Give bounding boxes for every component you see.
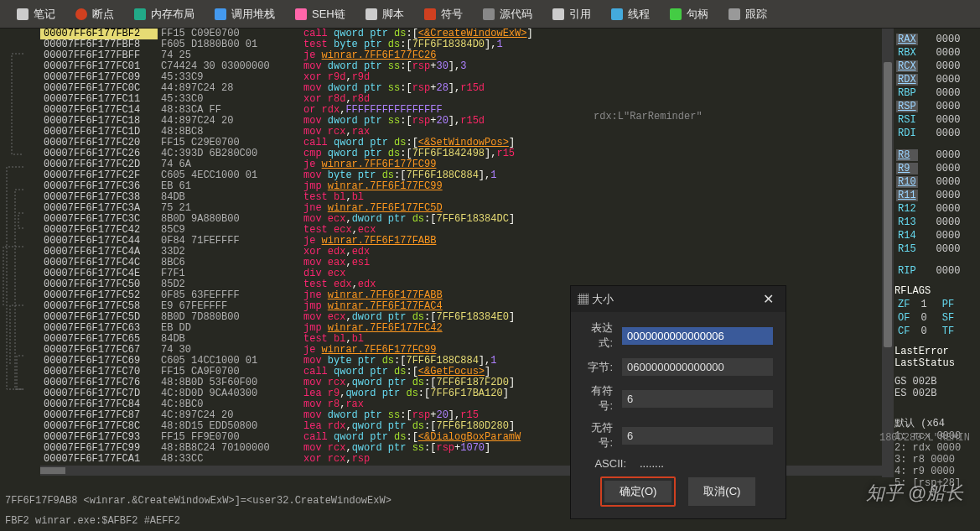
unsigned-label: 无符号: bbox=[583, 420, 613, 450]
lasterr-label: LastError bbox=[894, 346, 977, 357]
ascii-label: ASCII: bbox=[583, 457, 626, 470]
reg-name: RBP bbox=[896, 87, 918, 99]
stack-entry[interactable]: 3: r8 0000 bbox=[894, 454, 977, 466]
rflags-label: RFLAGS bbox=[894, 285, 977, 297]
asm-cell: mov dword ptr ss:[rsp+28],r15d bbox=[300, 83, 890, 94]
close-icon[interactable]: ✕ bbox=[758, 291, 779, 307]
dialog-titlebar[interactable]: ▦ 大小 ✕ bbox=[571, 286, 786, 312]
expr-input[interactable] bbox=[621, 326, 774, 346]
reg-name: RBX bbox=[896, 47, 918, 59]
reg-name: RSI bbox=[896, 114, 918, 126]
addr-cell: 00007FF6F177FCA1 bbox=[40, 454, 158, 465]
reg-value[interactable]: 0000 bbox=[935, 114, 962, 126]
ascii-value: ........ bbox=[635, 457, 664, 470]
status-line-2: FBF2 winrar.exe:$AFBF2 #AEFF2 bbox=[5, 514, 975, 528]
tab-grid[interactable]: 内存布局 bbox=[126, 3, 203, 25]
stack-entry[interactable]: 2: rdx 0000 bbox=[894, 442, 977, 454]
bytes-input[interactable] bbox=[621, 357, 774, 377]
reg-value[interactable]: 0000 bbox=[935, 34, 962, 45]
tab-label: SEH链 bbox=[312, 7, 345, 22]
asm-cell: jmp winrar.7FF6F177FC99 bbox=[300, 181, 890, 192]
flag-value: 1 bbox=[913, 299, 928, 310]
reg-name: RSP bbox=[896, 101, 918, 112]
asm-cell: mov ecx,dword ptr ds:[7FF6F18384DC] bbox=[300, 214, 890, 225]
flag-name: PF bbox=[941, 299, 956, 310]
reg-value[interactable]: 0000 bbox=[935, 243, 962, 255]
tab-label: 引用 bbox=[569, 7, 591, 22]
reg-name: R9 bbox=[896, 163, 918, 174]
unsigned-input[interactable] bbox=[621, 426, 774, 445]
reg-value[interactable]: 0000 bbox=[935, 163, 962, 174]
bytes-label: 字节: bbox=[583, 360, 613, 375]
tab-label: 跟踪 bbox=[745, 7, 767, 22]
vscrollbar[interactable] bbox=[882, 29, 894, 477]
registers-panel[interactable]: RAX0000RBX0000RCX0000RDX0000RBP0000RSP00… bbox=[890, 29, 980, 477]
reg-name: R11 bbox=[896, 190, 918, 201]
reg-name: RDI bbox=[896, 128, 918, 139]
reg-name: R13 bbox=[896, 216, 918, 228]
reg-value[interactable]: 0000 bbox=[935, 230, 962, 242]
tab-handle[interactable]: 句柄 bbox=[661, 3, 717, 25]
tab-dot-red[interactable]: 断点 bbox=[67, 3, 122, 25]
flow-gutter bbox=[0, 29, 40, 477]
asm-cell: div ecx bbox=[300, 268, 890, 279]
asm-cell: je winrar.7FF6F177FABB bbox=[300, 236, 890, 247]
seg-value: GS 002B bbox=[894, 376, 977, 388]
tab-ref[interactable]: 引用 bbox=[544, 3, 599, 25]
tab-code[interactable]: 源代码 bbox=[474, 3, 541, 25]
reg-name: R14 bbox=[896, 230, 918, 242]
lasterr-label: LastStatus bbox=[894, 357, 977, 369]
dialog-title: 大小 bbox=[592, 293, 614, 305]
tab-label: 线程 bbox=[628, 7, 650, 22]
hscroll-thumb[interactable] bbox=[40, 467, 65, 474]
tab-file[interactable]: 笔记 bbox=[8, 3, 64, 25]
tab-label: 源代码 bbox=[500, 7, 532, 22]
tab-seh[interactable]: SEH链 bbox=[287, 3, 354, 25]
expr-label: 表达式: bbox=[583, 320, 613, 351]
reg-value[interactable]: 0000 bbox=[935, 87, 962, 99]
asm-cell: mov dword ptr ss:[rsp+30],3 bbox=[300, 61, 890, 72]
flag-name: TF bbox=[941, 325, 956, 337]
signed-input[interactable] bbox=[621, 389, 774, 409]
tab-sym[interactable]: 符号 bbox=[416, 3, 471, 25]
seg-value: ES 002B bbox=[894, 388, 977, 399]
vscroll-thumb[interactable] bbox=[884, 62, 892, 347]
tab-trace[interactable]: 跟踪 bbox=[720, 3, 775, 25]
reg-value[interactable]: 0000 bbox=[935, 149, 962, 161]
reg-value[interactable]: 0000 bbox=[935, 176, 962, 188]
reg-name: R15 bbox=[896, 243, 918, 255]
reg-name: R10 bbox=[896, 176, 918, 188]
tab-label: 符号 bbox=[441, 7, 463, 22]
reg-value[interactable]: 0000 bbox=[935, 216, 962, 228]
flag-name: OF bbox=[896, 312, 911, 324]
jump-arrows bbox=[0, 29, 27, 477]
bytes-cell: 48:33CC bbox=[158, 454, 300, 465]
operand-hint-2: 180D280:L"REMIN bbox=[879, 432, 970, 444]
reg-value[interactable]: 0000 bbox=[935, 203, 962, 215]
operand-hint: rdx:L"RarReminder" bbox=[594, 111, 703, 122]
tab-stack[interactable]: 调用堆栈 bbox=[206, 3, 283, 25]
reg-value[interactable]: 0000 bbox=[935, 128, 962, 139]
reg-value[interactable]: 0000 bbox=[935, 60, 962, 72]
flag-value: 0 bbox=[913, 325, 928, 337]
asm-cell: mov eax,esi bbox=[300, 258, 890, 268]
stack-entry[interactable]: 4: r9 0000 bbox=[894, 466, 977, 477]
tab-label: 脚本 bbox=[382, 7, 404, 22]
reg-value[interactable]: 0000 bbox=[935, 74, 962, 86]
reg-value[interactable]: 0000 bbox=[935, 190, 962, 201]
reg-name: RCX bbox=[896, 60, 918, 72]
signed-label: 有符号: bbox=[583, 383, 613, 414]
reg-rip: RIP bbox=[896, 265, 918, 277]
tab-script[interactable]: 脚本 bbox=[357, 3, 412, 25]
reg-name: RAX bbox=[896, 34, 918, 45]
tab-label: 句柄 bbox=[687, 7, 708, 22]
asm-cell: xor edx,edx bbox=[300, 247, 890, 258]
reg-name: R12 bbox=[896, 203, 918, 215]
reg-value[interactable]: 0000 bbox=[935, 47, 962, 59]
flag-name: SF bbox=[941, 312, 956, 324]
stack-entry[interactable]: 5: [rsp+28] bbox=[894, 477, 977, 489]
tab-thread[interactable]: 线程 bbox=[603, 3, 658, 25]
reg-value[interactable]: 0000 bbox=[935, 101, 962, 112]
calculator-icon: ▦ bbox=[578, 293, 589, 305]
flag-value: 0 bbox=[913, 312, 928, 324]
